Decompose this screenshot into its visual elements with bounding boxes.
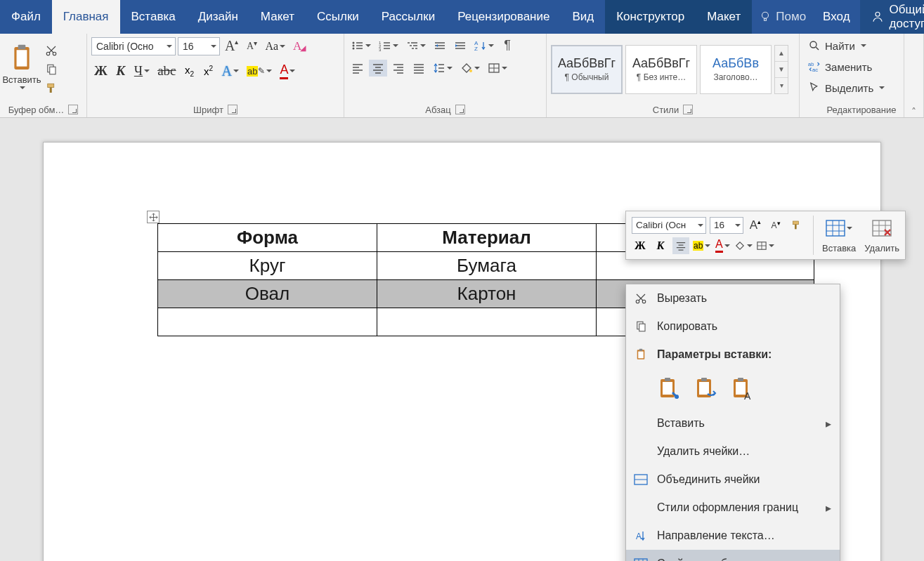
grow-font-button[interactable]: A▴	[222, 37, 241, 55]
gallery-more-icon[interactable]: ▾	[775, 78, 788, 93]
mini-italic[interactable]: К	[652, 237, 669, 254]
th-1[interactable]: Форма	[158, 224, 377, 252]
decrease-indent-button[interactable]	[431, 37, 449, 54]
shading-button[interactable]	[457, 60, 483, 77]
tab-table-layout[interactable]: Макет	[696, 0, 752, 34]
italic-button[interactable]: К	[112, 62, 129, 80]
font-color-button[interactable]: A	[277, 61, 298, 81]
borders-button[interactable]	[485, 60, 510, 77]
cell[interactable]: Овал	[158, 280, 377, 308]
cell[interactable]	[158, 308, 377, 336]
tab-table-design[interactable]: Конструктор	[605, 0, 696, 34]
table-move-handle[interactable]	[147, 211, 160, 223]
text-effects-button[interactable]: A	[219, 62, 242, 81]
tab-view[interactable]: Вид	[561, 0, 605, 34]
mini-grow-font[interactable]: A▴	[747, 217, 764, 234]
mini-font-combo[interactable]: Calibri (Осн	[632, 217, 706, 234]
highlight-button[interactable]: ab✎	[244, 62, 275, 79]
line-spacing-button[interactable]	[430, 60, 455, 77]
styles-dialog-launcher[interactable]	[683, 105, 693, 114]
mini-align-center[interactable]	[672, 237, 689, 254]
mini-delete-table[interactable]	[868, 217, 896, 239]
tell-me[interactable]: Помо	[752, 0, 813, 34]
ctx-text-direction-label: Направление текста…	[657, 529, 775, 542]
paste-keep-source[interactable]	[657, 376, 681, 402]
style-no-spacing[interactable]: АаБбВвГг ¶ Без инте…	[625, 45, 697, 94]
numbering-button[interactable]: 123	[376, 37, 401, 54]
bold-button[interactable]: Ж	[91, 62, 110, 80]
mini-highlight[interactable]: ab	[693, 237, 710, 254]
replace-button[interactable]: abac Заменить	[804, 58, 876, 76]
find-button[interactable]: Найти	[804, 37, 871, 55]
tab-layout[interactable]: Макет	[249, 0, 306, 34]
subscript-button[interactable]: x2	[181, 62, 198, 79]
paste-merge[interactable]	[694, 376, 717, 402]
align-center-button[interactable]	[369, 60, 387, 77]
tab-home[interactable]: Главная	[52, 0, 120, 34]
mini-bold[interactable]: Ж	[632, 237, 649, 254]
mini-insert-table[interactable]	[825, 217, 853, 239]
paste-merge-icon	[695, 377, 716, 401]
format-painter-button[interactable]	[42, 80, 60, 97]
ctx-text-direction[interactable]: A Направление текста…	[626, 522, 840, 550]
ctx-delete-cells[interactable]: Удалить ячейки…	[626, 437, 840, 466]
justify-button[interactable]	[410, 60, 428, 77]
tab-mailings[interactable]: Рассылки	[370, 0, 446, 34]
tab-references[interactable]: Ссылки	[306, 0, 370, 34]
mini-format-painter[interactable]	[788, 217, 805, 234]
multilevel-button[interactable]	[403, 37, 429, 54]
shrink-font-button[interactable]: A▾	[243, 38, 260, 55]
sort-button[interactable]: AZ	[471, 37, 497, 54]
paragraph-dialog-launcher[interactable]	[455, 105, 465, 114]
superscript-button[interactable]: x2	[200, 62, 217, 79]
bullets-button[interactable]	[349, 37, 374, 54]
th-2[interactable]: Материал	[377, 224, 597, 252]
clipboard-dialog-launcher[interactable]	[68, 105, 78, 114]
ctx-border-styles[interactable]: Стили оформления границ ▸	[626, 494, 840, 522]
cell[interactable]: Круг	[158, 252, 377, 280]
font-name-combo[interactable]: Calibri (Осно	[91, 37, 176, 55]
font-size-combo[interactable]: 16	[178, 37, 220, 55]
ctx-merge-cells[interactable]: Объединить ячейки	[626, 466, 840, 494]
tab-design[interactable]: Дизайн	[187, 0, 249, 34]
cell[interactable]: Бумага	[377, 252, 597, 280]
change-case-button[interactable]: Aa	[262, 38, 288, 55]
signin-link[interactable]: Вход	[813, 0, 859, 34]
tab-review[interactable]: Рецензирование	[446, 0, 561, 34]
cut-button[interactable]	[42, 42, 60, 59]
mini-font-color[interactable]: A	[714, 237, 731, 254]
ctx-table-properties[interactable]: Свойства таблицы…	[626, 550, 840, 561]
ctx-copy[interactable]: Копировать	[626, 312, 840, 341]
cell[interactable]: Картон	[377, 280, 597, 308]
mini-borders[interactable]	[756, 237, 774, 254]
cell[interactable]	[377, 308, 597, 336]
align-right-button[interactable]	[389, 60, 408, 77]
paste-text-only[interactable]: A	[730, 376, 754, 402]
ctx-cut[interactable]: Вырезать	[626, 284, 840, 312]
font-dialog-launcher[interactable]	[228, 105, 237, 114]
tab-file[interactable]: Файл	[0, 0, 52, 34]
format-painter-icon	[45, 82, 58, 95]
gallery-up-icon[interactable]: ▲	[775, 46, 788, 62]
collapse-ribbon-button[interactable]: ˄	[904, 34, 923, 117]
clear-formatting-button[interactable]: A◢	[290, 38, 310, 55]
share-button[interactable]: Общий доступ	[860, 0, 924, 34]
align-left-button[interactable]	[349, 60, 367, 77]
style-normal[interactable]: АаБбВвГг ¶ Обычный	[551, 45, 623, 94]
paste-button[interactable]: Вставить	[4, 42, 39, 97]
underline-button[interactable]: Ч	[131, 62, 152, 80]
show-marks-button[interactable]: ¶	[499, 37, 516, 54]
select-button[interactable]: Выделить	[804, 79, 889, 97]
svg-rect-28	[826, 220, 845, 236]
increase-indent-button[interactable]	[451, 37, 469, 54]
mini-shrink-font[interactable]: A▾	[767, 217, 784, 234]
gallery-down-icon[interactable]: ▼	[775, 62, 788, 78]
ctx-insert[interactable]: Вставить ▸	[626, 409, 840, 437]
strike-button[interactable]: abc	[155, 62, 178, 80]
style-heading1[interactable]: АаБбВв Заголово…	[700, 45, 772, 94]
mini-shading[interactable]	[734, 237, 753, 254]
tab-insert[interactable]: Вставка	[120, 0, 187, 34]
mini-size-combo[interactable]: 16	[710, 217, 743, 234]
styles-gallery-scroll[interactable]: ▲ ▼ ▾	[774, 45, 788, 94]
copy-button[interactable]	[42, 61, 60, 78]
